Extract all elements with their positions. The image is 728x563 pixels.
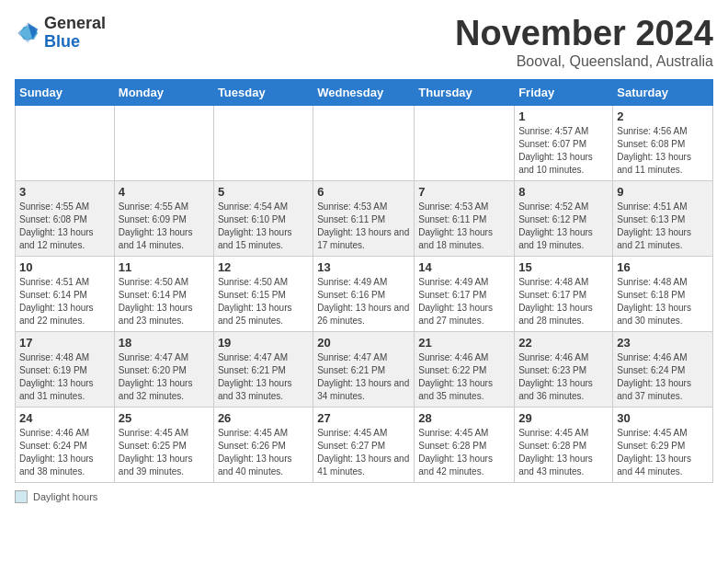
calendar-cell: 26Sunrise: 4:45 AMSunset: 6:26 PMDayligh… — [213, 407, 313, 482]
calendar-cell: 21Sunrise: 4:46 AMSunset: 6:22 PMDayligh… — [415, 331, 515, 407]
calendar-week-5: 24Sunrise: 4:46 AMSunset: 6:24 PMDayligh… — [16, 407, 713, 482]
calendar-cell: 23Sunrise: 4:46 AMSunset: 6:24 PMDayligh… — [613, 331, 713, 407]
day-info: Sunrise: 4:46 AMSunset: 6:24 PMDaylight:… — [19, 428, 94, 477]
day-number: 6 — [317, 185, 410, 199]
page-title: November 2024 — [455, 15, 713, 53]
logo-icon — [15, 20, 40, 46]
day-number: 16 — [617, 260, 709, 274]
calendar-cell: 16Sunrise: 4:48 AMSunset: 6:18 PMDayligh… — [613, 256, 713, 331]
day-number: 20 — [317, 336, 410, 350]
calendar-cell: 12Sunrise: 4:50 AMSunset: 6:15 PMDayligh… — [213, 256, 313, 331]
day-number: 25 — [119, 411, 210, 425]
calendar-week-1: 1Sunrise: 4:57 AMSunset: 6:07 PMDaylight… — [16, 105, 713, 180]
day-info: Sunrise: 4:46 AMSunset: 6:23 PMDaylight:… — [518, 352, 593, 401]
day-number: 8 — [518, 185, 609, 199]
day-number: 27 — [317, 411, 410, 425]
calendar-cell: 24Sunrise: 4:46 AMSunset: 6:24 PMDayligh… — [16, 407, 115, 482]
day-number: 10 — [19, 260, 110, 274]
calendar-cell — [213, 105, 313, 180]
day-info: Sunrise: 4:50 AMSunset: 6:15 PMDaylight:… — [218, 277, 292, 326]
calendar-cell: 17Sunrise: 4:48 AMSunset: 6:19 PMDayligh… — [16, 331, 115, 407]
day-info: Sunrise: 4:47 AMSunset: 6:21 PMDaylight:… — [218, 352, 292, 401]
calendar-cell — [415, 105, 515, 180]
day-info: Sunrise: 4:56 AMSunset: 6:08 PMDaylight:… — [617, 126, 691, 175]
calendar-cell: 9Sunrise: 4:51 AMSunset: 6:13 PMDaylight… — [613, 180, 713, 256]
calendar-week-4: 17Sunrise: 4:48 AMSunset: 6:19 PMDayligh… — [16, 331, 713, 407]
day-number: 17 — [19, 336, 110, 350]
day-info: Sunrise: 4:46 AMSunset: 6:22 PMDaylight:… — [418, 352, 493, 401]
day-number: 15 — [518, 260, 609, 274]
calendar-cell: 18Sunrise: 4:47 AMSunset: 6:20 PMDayligh… — [114, 331, 213, 407]
calendar-cell: 19Sunrise: 4:47 AMSunset: 6:21 PMDayligh… — [213, 331, 313, 407]
calendar-cell: 6Sunrise: 4:53 AMSunset: 6:11 PMDaylight… — [313, 180, 415, 256]
day-number: 12 — [218, 260, 309, 274]
logo-blue: Blue — [44, 33, 106, 52]
day-number: 23 — [617, 336, 709, 350]
day-number: 2 — [617, 109, 709, 123]
day-info: Sunrise: 4:55 AMSunset: 6:08 PMDaylight:… — [19, 201, 94, 250]
calendar-cell: 25Sunrise: 4:45 AMSunset: 6:25 PMDayligh… — [114, 407, 213, 482]
calendar-cell: 5Sunrise: 4:54 AMSunset: 6:10 PMDaylight… — [213, 180, 313, 256]
title-block: November 2024 Booval, Queensland, Austra… — [455, 15, 713, 70]
day-info: Sunrise: 4:51 AMSunset: 6:13 PMDaylight:… — [617, 201, 691, 250]
day-info: Sunrise: 4:52 AMSunset: 6:12 PMDaylight:… — [518, 201, 593, 250]
day-number: 21 — [418, 336, 510, 350]
calendar-cell — [114, 105, 213, 180]
day-info: Sunrise: 4:47 AMSunset: 6:20 PMDaylight:… — [119, 352, 193, 401]
day-number: 5 — [218, 185, 309, 199]
day-info: Sunrise: 4:46 AMSunset: 6:24 PMDaylight:… — [617, 352, 691, 401]
calendar-cell: 14Sunrise: 4:49 AMSunset: 6:17 PMDayligh… — [415, 256, 515, 331]
day-number: 4 — [119, 185, 210, 199]
calendar-cell: 11Sunrise: 4:50 AMSunset: 6:14 PMDayligh… — [114, 256, 213, 331]
day-info: Sunrise: 4:53 AMSunset: 6:11 PMDaylight:… — [418, 201, 493, 250]
day-info: Sunrise: 4:48 AMSunset: 6:18 PMDaylight:… — [617, 277, 691, 326]
day-info: Sunrise: 4:55 AMSunset: 6:09 PMDaylight:… — [119, 201, 193, 250]
day-number: 19 — [218, 336, 309, 350]
day-number: 13 — [317, 260, 410, 274]
calendar-cell: 8Sunrise: 4:52 AMSunset: 6:12 PMDaylight… — [515, 180, 613, 256]
footer-label: Daylight hours — [33, 491, 97, 502]
calendar-cell: 29Sunrise: 4:45 AMSunset: 6:28 PMDayligh… — [515, 407, 613, 482]
header-thursday: Thursday — [415, 79, 515, 105]
day-info: Sunrise: 4:53 AMSunset: 6:11 PMDaylight:… — [317, 201, 409, 250]
day-info: Sunrise: 4:45 AMSunset: 6:25 PMDaylight:… — [119, 428, 193, 477]
calendar-cell: 28Sunrise: 4:45 AMSunset: 6:28 PMDayligh… — [415, 407, 515, 482]
header-friday: Friday — [515, 79, 613, 105]
day-info: Sunrise: 4:48 AMSunset: 6:19 PMDaylight:… — [19, 352, 94, 401]
header-tuesday: Tuesday — [213, 79, 313, 105]
day-number: 1 — [518, 109, 609, 123]
header-row: Sunday Monday Tuesday Wednesday Thursday… — [16, 79, 713, 105]
day-number: 26 — [218, 411, 309, 425]
page-header: General Blue November 2024 Booval, Queen… — [15, 15, 713, 70]
calendar-cell: 10Sunrise: 4:51 AMSunset: 6:14 PMDayligh… — [16, 256, 115, 331]
calendar-cell: 7Sunrise: 4:53 AMSunset: 6:11 PMDaylight… — [415, 180, 515, 256]
day-info: Sunrise: 4:50 AMSunset: 6:14 PMDaylight:… — [119, 277, 193, 326]
calendar-cell: 4Sunrise: 4:55 AMSunset: 6:09 PMDaylight… — [114, 180, 213, 256]
day-number: 18 — [119, 336, 210, 350]
calendar-table: Sunday Monday Tuesday Wednesday Thursday… — [15, 79, 713, 483]
day-number: 30 — [617, 411, 709, 425]
calendar-cell — [313, 105, 415, 180]
day-info: Sunrise: 4:45 AMSunset: 6:28 PMDaylight:… — [418, 428, 493, 477]
day-number: 11 — [119, 260, 210, 274]
day-number: 3 — [19, 185, 110, 199]
calendar-cell: 20Sunrise: 4:47 AMSunset: 6:21 PMDayligh… — [313, 331, 415, 407]
day-info: Sunrise: 4:49 AMSunset: 6:16 PMDaylight:… — [317, 277, 409, 326]
day-number: 14 — [418, 260, 510, 274]
logo-general: General — [44, 15, 106, 33]
day-info: Sunrise: 4:54 AMSunset: 6:10 PMDaylight:… — [218, 201, 292, 250]
calendar-cell — [16, 105, 115, 180]
day-info: Sunrise: 4:45 AMSunset: 6:29 PMDaylight:… — [617, 428, 691, 477]
page-subtitle: Booval, Queensland, Australia — [455, 53, 713, 70]
calendar-body: 1Sunrise: 4:57 AMSunset: 6:07 PMDaylight… — [16, 105, 713, 482]
header-sunday: Sunday — [16, 79, 115, 105]
day-info: Sunrise: 4:48 AMSunset: 6:17 PMDaylight:… — [518, 277, 593, 326]
header-monday: Monday — [114, 79, 213, 105]
calendar-cell: 3Sunrise: 4:55 AMSunset: 6:08 PMDaylight… — [16, 180, 115, 256]
day-info: Sunrise: 4:51 AMSunset: 6:14 PMDaylight:… — [19, 277, 94, 326]
day-info: Sunrise: 4:45 AMSunset: 6:28 PMDaylight:… — [518, 428, 593, 477]
day-number: 7 — [418, 185, 510, 199]
day-info: Sunrise: 4:47 AMSunset: 6:21 PMDaylight:… — [317, 352, 409, 401]
logo: General Blue — [15, 15, 106, 52]
logo-text: General Blue — [44, 15, 106, 52]
